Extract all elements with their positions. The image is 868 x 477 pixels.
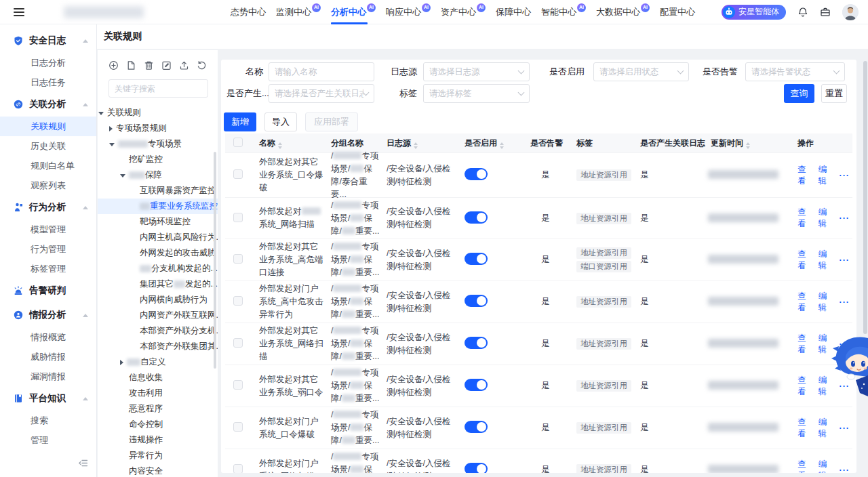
edit-link[interactable]: 编辑 — [818, 249, 834, 272]
deploy-button[interactable]: 应用部署 — [305, 112, 358, 131]
nav-monitor-center[interactable]: 监测中心AI — [276, 0, 321, 24]
view-link[interactable]: 查看 — [797, 417, 813, 440]
sidebar-item-tag-management[interactable]: 标签管理 — [0, 259, 96, 278]
sort-icon[interactable] — [278, 142, 282, 149]
sidebar-group-alert-judgment[interactable]: 告警研判 — [0, 278, 96, 303]
tree-node[interactable]: 互联网暴露资产监控 — [98, 183, 218, 199]
tag-select[interactable]: 请选择标签 — [423, 84, 530, 103]
tree-node[interactable]: 自定义 — [98, 354, 218, 370]
view-link[interactable]: 查看 — [797, 207, 813, 230]
enabled-toggle[interactable] — [465, 337, 488, 349]
sidebar-item-rule-whitelist[interactable]: 规则白名单 — [0, 156, 96, 175]
tree-node[interactable]: 内网主机高风险行为... — [98, 230, 218, 245]
tree-node[interactable]: 攻击利用 — [98, 386, 218, 401]
edit-link[interactable]: 编辑 — [818, 207, 834, 230]
nav-bigdata-center[interactable]: 大数据中心AI — [596, 0, 650, 24]
col-header-log-source[interactable]: 日志源 — [384, 137, 460, 150]
col-header-name[interactable]: 名称 — [256, 137, 328, 150]
enabled-toggle[interactable] — [465, 421, 488, 433]
view-link[interactable]: 查看 — [797, 249, 813, 272]
sidebar-item-watch-list[interactable]: 观察列表 — [0, 175, 96, 195]
sidebar-item-model-management[interactable]: 模型管理 — [0, 220, 96, 239]
tree-node[interactable]: 分支机构发起的... — [98, 261, 218, 276]
sidebar-item-correlation-rules[interactable]: 关联规则 — [0, 117, 96, 136]
sort-icon[interactable] — [500, 142, 504, 149]
tree-node[interactable]: 命令控制 — [98, 417, 218, 432]
nav-asset-center[interactable]: 资产中心AI — [441, 0, 486, 24]
sidebar-item-behavior-management[interactable]: 行为管理 — [0, 239, 96, 259]
sidebar-item-history-correlation[interactable]: 历史关联 — [0, 136, 96, 156]
nav-support-center[interactable]: 保障中心 — [496, 0, 531, 24]
tree-node[interactable]: 恶意程序 — [98, 401, 218, 417]
tree-node[interactable]: 内容安全 — [98, 463, 218, 477]
edit-icon[interactable] — [161, 60, 172, 70]
gen-log-select[interactable]: 请选择是否产生关联日志 — [269, 84, 374, 103]
sidebar-item-log-task[interactable]: 日志任务 — [0, 72, 96, 92]
enabled-toggle[interactable] — [465, 168, 488, 180]
col-header-enabled[interactable]: 是否启用 — [460, 138, 522, 149]
enabled-toggle[interactable] — [465, 463, 488, 473]
hamburger-menu-icon[interactable] — [14, 6, 24, 18]
sidebar-item-threat-intel[interactable]: 威胁情报 — [0, 347, 96, 367]
bell-icon[interactable] — [797, 7, 808, 18]
nav-situation-center[interactable]: 态势中心 — [231, 0, 266, 24]
sidebar-group-platform-knowledge[interactable]: 平台知识 — [0, 386, 96, 411]
nav-response-center[interactable]: 响应中心AI — [386, 0, 431, 24]
tree-node[interactable]: 靶场环境监控 — [98, 214, 218, 230]
tree-scrollbar[interactable] — [214, 152, 216, 369]
nav-analysis-center[interactable]: 分析中心AI — [331, 0, 376, 24]
row-checkbox[interactable] — [233, 464, 243, 473]
row-checkbox[interactable] — [233, 422, 243, 432]
tree-node-selected[interactable]: 重要业务系统监控 — [98, 199, 218, 214]
name-input[interactable] — [275, 67, 368, 77]
sidebar-group-security-log[interactable]: 安全日志 — [0, 28, 96, 53]
select-all-checkbox[interactable] — [233, 138, 243, 147]
nav-intelligence-center[interactable]: 智能中心AI — [541, 0, 586, 24]
add-button[interactable]: 新增 — [224, 112, 256, 131]
tree-node[interactable]: 违规操作 — [98, 432, 218, 448]
tree-node[interactable]: 专项场景规则 — [98, 121, 218, 136]
tree-node[interactable]: 挖矿监控 — [98, 152, 218, 167]
delete-icon[interactable] — [144, 60, 154, 70]
row-checkbox[interactable] — [233, 213, 243, 222]
nav-config-center[interactable]: 配置中心 — [660, 0, 695, 24]
enabled-toggle[interactable] — [465, 295, 488, 307]
log-source-select[interactable]: 请选择日志源 — [423, 62, 530, 81]
enabled-toggle[interactable] — [465, 379, 488, 391]
more-actions[interactable]: ··· — [840, 465, 850, 474]
sidebar-item-search[interactable]: 搜索 — [0, 411, 96, 430]
row-checkbox[interactable] — [233, 380, 243, 390]
assistant-mascot[interactable] — [830, 334, 868, 396]
sidebar-item-management[interactable]: 管理 — [0, 430, 96, 450]
tree-node[interactable]: 外网发起的攻击威胁 — [98, 245, 218, 261]
row-checkbox[interactable] — [233, 254, 243, 264]
sidebar-item-vuln-intel[interactable]: 漏洞情报 — [0, 367, 96, 386]
more-actions[interactable]: ··· — [840, 213, 850, 223]
view-link[interactable]: 查看 — [797, 291, 813, 314]
reset-icon[interactable] — [197, 60, 207, 70]
sidebar-item-log-analysis[interactable]: 日志分析 — [0, 53, 96, 72]
tree-search-input[interactable] — [115, 84, 202, 94]
export-icon[interactable] — [179, 60, 189, 70]
tree-node[interactable]: 本部资产外联集团其... — [98, 339, 218, 354]
enabled-toggle[interactable] — [465, 211, 488, 224]
tree-node[interactable]: 内网资产外联互联网... — [98, 308, 218, 323]
tree-node[interactable]: 本部资产外联分支机... — [98, 323, 218, 339]
more-actions[interactable]: ··· — [840, 423, 850, 433]
tree-node[interactable]: 集团其它发起的... — [98, 276, 218, 292]
more-actions[interactable]: ··· — [840, 297, 850, 307]
new-file-icon[interactable] — [126, 60, 136, 70]
view-link[interactable]: 查看 — [797, 164, 813, 187]
reset-button[interactable]: 重置 — [821, 84, 847, 103]
tree-node[interactable]: 异常行为 — [98, 448, 218, 463]
tree-node[interactable]: 内网横向威胁行为 — [98, 292, 218, 308]
ai-agent-badge[interactable]: 安星智能体 — [722, 5, 786, 20]
edit-link[interactable]: 编辑 — [818, 459, 834, 474]
row-checkbox[interactable] — [233, 169, 243, 179]
sidebar-item-intel-overview[interactable]: 情报概览 — [0, 327, 96, 347]
enabled-select[interactable]: 请选择启用状态 — [593, 62, 689, 81]
tree-node[interactable]: 关联规则 — [98, 105, 218, 121]
enabled-toggle[interactable] — [465, 253, 488, 265]
edit-link[interactable]: 编辑 — [818, 291, 834, 314]
main-scrollbar[interactable] — [863, 61, 867, 334]
